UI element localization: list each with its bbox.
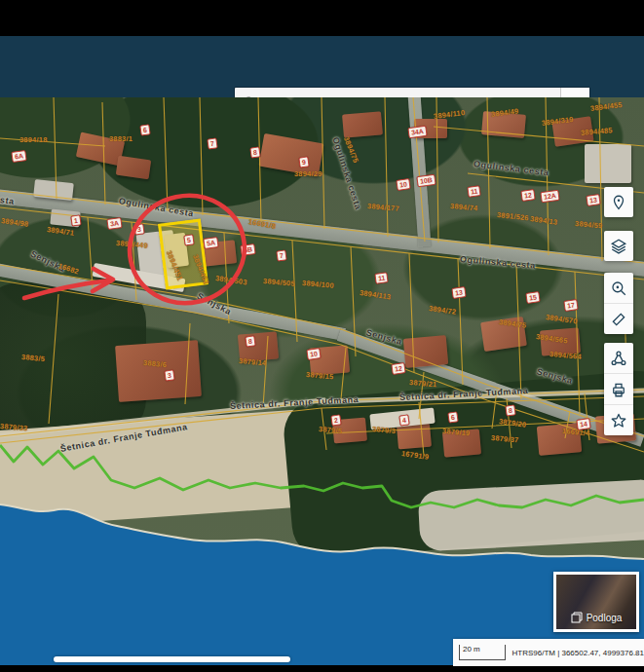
map-canvas[interactable]: sta Ogulinska cesta Ogulinska cesta Ogul… xyxy=(0,97,644,665)
share-icon xyxy=(610,350,627,367)
print-icon xyxy=(610,381,627,398)
toolbar-group-tools xyxy=(604,273,633,334)
measure-icon xyxy=(610,311,627,328)
toolbar-group-layers xyxy=(604,231,633,261)
zoom-search-button[interactable] xyxy=(604,273,633,303)
basemap-label: Podloga xyxy=(587,613,623,623)
annotation-circle xyxy=(120,185,254,314)
annotation-overlay xyxy=(0,97,644,665)
print-button[interactable] xyxy=(604,373,633,404)
location-pin-icon xyxy=(610,194,627,211)
measure-button[interactable] xyxy=(604,303,633,334)
zoom-search-icon xyxy=(610,280,627,297)
status-bar: 20 m HTRS96/TM | 366502.47, 4999376.81 xyxy=(453,639,644,666)
layers-button[interactable] xyxy=(604,231,633,261)
locate-button[interactable] xyxy=(604,187,633,217)
crs-coordinates: HTRS96/TM | 366502.47, 4999376.81 xyxy=(512,649,644,657)
scale-label: 20 m xyxy=(463,645,480,653)
app-window: sta Ogulinska cesta Ogulinska cesta Ogul… xyxy=(0,0,644,672)
basemap-switcher[interactable]: Podloga xyxy=(553,572,639,632)
favorites-button[interactable] xyxy=(604,404,633,435)
horizontal-scrollbar[interactable] xyxy=(54,656,290,662)
toolbar-group-locate xyxy=(604,187,633,217)
layers-icon xyxy=(610,238,627,255)
scale-bar: 20 m xyxy=(459,645,506,660)
toolbar-group-actions xyxy=(604,343,633,435)
basemap-icon xyxy=(571,612,583,623)
share-button[interactable] xyxy=(604,343,633,373)
basemap-thumbnail: Podloga xyxy=(556,575,636,629)
star-icon xyxy=(610,412,627,429)
header-bar xyxy=(0,36,644,97)
